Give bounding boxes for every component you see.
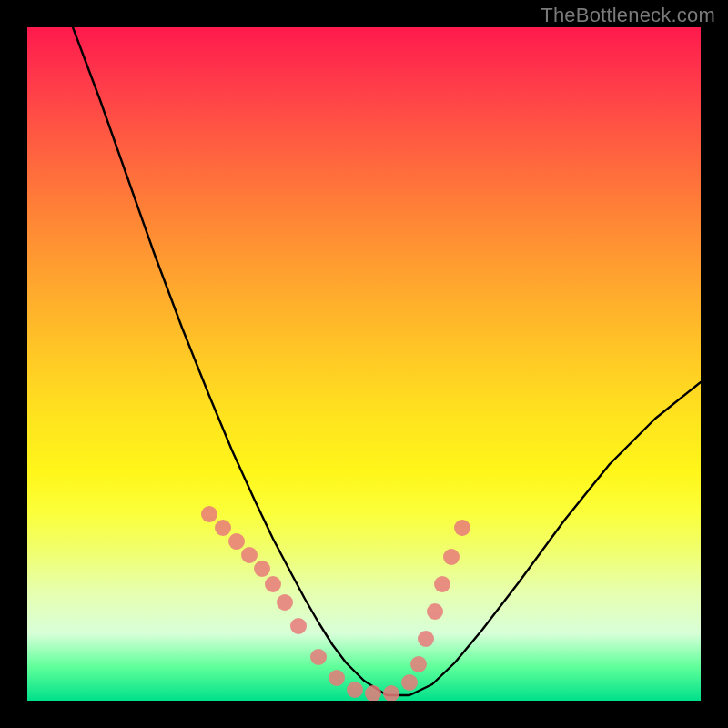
marker-dot (443, 549, 460, 565)
marker-dot (365, 685, 381, 701)
marker-dot (401, 674, 418, 691)
marker-dot (265, 576, 281, 592)
dots-group (201, 506, 470, 701)
marker-dot (215, 520, 231, 536)
marker-dot (201, 506, 217, 522)
curve-svg (27, 27, 701, 701)
marker-dot (454, 520, 470, 536)
marker-dot (434, 576, 450, 592)
curve-path-group (73, 27, 701, 695)
watermark-text: TheBottleneck.com (541, 4, 715, 27)
marker-dot (254, 561, 270, 577)
plot-area (27, 27, 701, 701)
marker-dot (383, 685, 399, 701)
marker-dot (427, 603, 443, 620)
marker-dot (347, 682, 363, 698)
marker-dot (310, 649, 327, 665)
bottleneck-curve-path (73, 27, 701, 695)
marker-dot (241, 547, 258, 563)
marker-dot (418, 631, 434, 647)
marker-dot (329, 670, 345, 686)
marker-dot (228, 533, 245, 550)
marker-dot (410, 656, 427, 672)
marker-dot (277, 594, 293, 611)
marker-dot (290, 618, 307, 634)
chart-frame: TheBottleneck.com (0, 0, 728, 728)
